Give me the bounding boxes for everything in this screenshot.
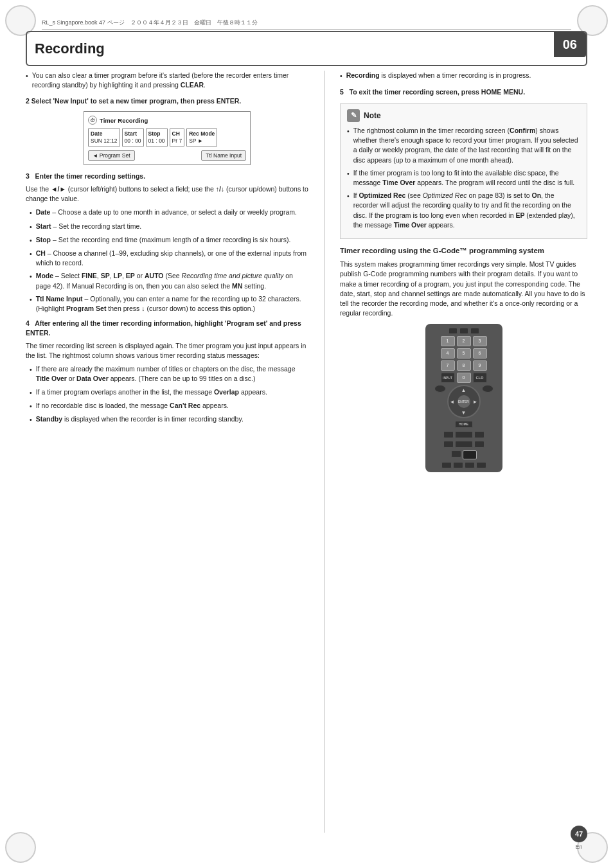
remote-btn-5[interactable]: 5 — [457, 348, 471, 359]
table-cell-date: Date SUN 12:12 — [88, 128, 120, 146]
table-cell-start: Start 00 : 00 — [122, 128, 144, 146]
remote-btn-8[interactable]: 8 — [457, 360, 471, 371]
recording-bullet: • Recording is displayed when a timer re… — [340, 71, 587, 81]
remote-side-left[interactable] — [434, 385, 446, 393]
bullet-standby: • Standby is displayed when the recorder… — [26, 414, 308, 425]
note-bullet-3: • If Optimized Rec (see Optimized Rec on… — [347, 191, 580, 230]
remote-bottom-row — [441, 462, 486, 468]
step5-heading: 5 To exit the timer recording screen, pr… — [340, 87, 587, 97]
remote-rec-btn[interactable] — [463, 450, 477, 459]
en-label: En — [575, 844, 582, 850]
table-cell-recmode: Rec Mode SP ► — [186, 128, 217, 146]
program-set-btn[interactable]: ◄ Program Set — [88, 150, 135, 161]
bullet-overlap: • If a timer program overlaps another in… — [26, 387, 308, 398]
remote-btn-7[interactable]: 7 — [441, 360, 455, 371]
step4-heading: 4 After entering all the timer recording… — [26, 319, 308, 337]
remote-extra-3[interactable] — [474, 431, 484, 438]
remote-extra-row1 — [443, 431, 484, 438]
bullet-date: • Date – Choose a date up to one month i… — [26, 208, 308, 218]
step4-bullets: • If there are already the maximum numbe… — [26, 364, 308, 425]
note-box: ✎ Note • The rightmost column in the tim… — [340, 103, 587, 239]
chapter-number: 06 — [554, 32, 586, 57]
timer-table-grid: Date SUN 12:12 Start 00 : 00 Stop 01 : 0… — [88, 128, 246, 146]
remote-bottom-4[interactable] — [476, 462, 486, 468]
remote-extra-row3 — [451, 450, 477, 459]
remote-bottom-1[interactable] — [441, 462, 452, 468]
remote-extra-1[interactable] — [443, 431, 454, 438]
nav-arrow-down: ▼ — [461, 410, 466, 416]
column-divider — [324, 71, 324, 833]
nav-arrow-right: ► — [473, 398, 478, 404]
timer-table-footer: ◄ Program Set Ttl Name Input — [88, 150, 246, 161]
bullet-intro-text: You can also clear a timer program befor… — [32, 71, 308, 90]
remote-btn-4[interactable]: 4 — [441, 348, 455, 359]
nav-arrow-left: ◄ — [450, 398, 455, 404]
remote-num-row2: 4 5 6 — [441, 348, 487, 359]
top-bar: RL_s Singapore.book 47 ページ ２００４年４月２３日 金曜… — [42, 18, 571, 30]
remote-extra-4[interactable] — [443, 441, 454, 448]
page-title: Recording — [35, 40, 105, 57]
remote-num-row1: 1 2 3 — [441, 336, 487, 346]
remote-num-row4: INPUT 0 CLR — [441, 373, 487, 383]
step4-body: The timer recording list screen is displ… — [26, 341, 308, 360]
left-column: • You can also clear a timer program bef… — [26, 71, 308, 833]
remote-bottom-2[interactable] — [453, 462, 463, 468]
note-bullet-2: • If the timer program is too long to fi… — [347, 168, 580, 188]
remote-enter-btn[interactable]: ENTER — [458, 395, 470, 408]
remote-btn-2[interactable]: 2 — [457, 336, 471, 346]
note-title: Note — [364, 111, 381, 120]
remote-btn-0[interactable]: 0 — [457, 373, 471, 383]
remote-top-btn-left — [449, 328, 458, 334]
step2-heading-text: 2 Select 'New Input' to set a new timer … — [26, 97, 241, 105]
right-column: • Recording is displayed when a timer re… — [340, 71, 587, 833]
bullet-titleover: • If there are already the maximum numbe… — [26, 364, 308, 384]
bullet-stop: • Stop – Set the recording end time (max… — [26, 235, 308, 245]
timer-recording-table: ⏱ Timer Recording Date SUN 12:12 Start 0… — [84, 111, 251, 165]
remote-home-row: HOME — [455, 421, 473, 428]
bullet-ch: • CH – Choose a channel (1–99, excluding… — [26, 249, 308, 268]
timer-table-title: ⏱ Timer Recording — [88, 116, 246, 125]
bullet-start: • Start – Set the recording start time. — [26, 222, 308, 232]
bullet-mode: • Mode – Select FINE, SP, LP, EP or AUTO… — [26, 271, 308, 290]
bullet-intro-section: • You can also clear a timer program bef… — [26, 71, 308, 90]
nav-arrow-up: ▲ — [461, 387, 466, 393]
bullet-cantrec: • If no recordable disc is loaded, the m… — [26, 401, 308, 411]
top-bar-text: RL_s Singapore.book 47 ページ ２００４年４月２３日 金曜… — [42, 19, 258, 27]
remote-nav-ring: ▲ ▼ ◄ ► ENTER — [447, 385, 481, 418]
remote-container: 1 2 3 4 5 6 7 8 9 INPUT 0 CLR — [340, 324, 587, 472]
remote-side-right[interactable] — [482, 385, 493, 393]
remote-btn-9[interactable]: 9 — [473, 360, 487, 371]
step2-heading: 2 Select 'New Input' to set a new timer … — [26, 96, 308, 106]
note-icon: ✎ — [347, 109, 360, 122]
remote-extra-row2 — [443, 441, 484, 448]
remote-top-btn-right — [470, 328, 479, 334]
remote-home-btn[interactable]: HOME — [455, 421, 473, 428]
bullet-intro: • You can also clear a timer program bef… — [26, 71, 308, 90]
remote-recmode-btn[interactable] — [451, 450, 461, 457]
remote-btn-clear[interactable]: CLR — [473, 373, 487, 383]
timer-icon: ⏱ — [88, 116, 97, 125]
step3-body: Use the ◄/► (cursor left/right) buttons … — [26, 184, 308, 204]
remote-btn-6[interactable]: 6 — [473, 348, 487, 359]
remote-side-row: ▲ ▼ ◄ ► ENTER — [434, 385, 493, 418]
remote-extra-5[interactable] — [455, 441, 473, 448]
ttl-name-input-btn[interactable]: Ttl Name Input — [201, 150, 246, 161]
bullet-dot: • — [26, 71, 28, 90]
remote-top-btn-mid — [459, 328, 468, 334]
remote-nav-outer: ▲ ▼ ◄ ► ENTER — [447, 385, 481, 418]
remote-btn-1[interactable]: 1 — [441, 336, 455, 346]
remote-btn-3[interactable]: 3 — [473, 336, 487, 346]
note-bullet-1: • The rightmost column in the timer reco… — [347, 126, 580, 165]
table-cell-ch: CH Pr 7 — [170, 128, 185, 146]
note-header: ✎ Note — [347, 109, 580, 122]
gcode-heading: Timer recording using the G-Code™ progra… — [340, 245, 587, 256]
remote-extra-2[interactable] — [455, 431, 473, 438]
header-section: Recording 06 — [26, 31, 587, 66]
step3-bullets: • Date – Choose a date up to one month i… — [26, 208, 308, 314]
page-number-area: 47 En — [571, 826, 587, 850]
remote-btn-input[interactable]: INPUT — [441, 373, 455, 383]
remote-num-row3: 7 8 9 — [441, 360, 487, 371]
remote-bottom-3[interactable] — [465, 462, 475, 468]
bullet-ttlname: • Ttl Name Input – Optionally, you can e… — [26, 294, 308, 314]
remote-extra-6[interactable] — [474, 441, 484, 448]
